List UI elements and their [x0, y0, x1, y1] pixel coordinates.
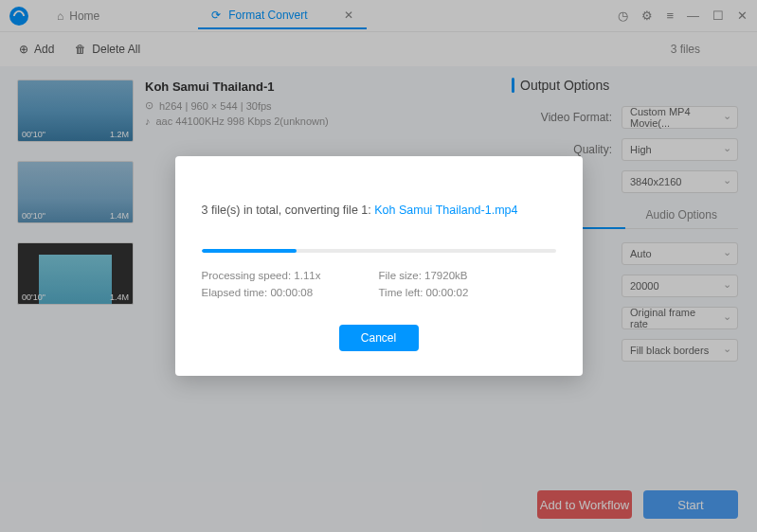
filesize-value: 17920kB: [424, 270, 467, 281]
progress-fill: [202, 249, 297, 253]
filesize-label: File size:: [379, 270, 425, 281]
progress-dialog: 3 file(s) in total, converting file 1: K…: [175, 156, 583, 376]
elapsed-value: 00:00:08: [270, 287, 313, 298]
progress-prefix: 3 file(s) in total, converting file 1:: [202, 204, 375, 217]
modal-overlay: 3 file(s) in total, converting file 1: K…: [0, 0, 757, 532]
elapsed-label: Elapsed time:: [202, 287, 271, 298]
progress-filename: Koh Samui Thailand-1.mp4: [374, 204, 517, 217]
progress-bar: [202, 249, 556, 253]
cancel-button[interactable]: Cancel: [339, 325, 419, 351]
timeleft-value: 00:00:02: [426, 287, 469, 298]
modal-actions: Cancel: [202, 325, 556, 351]
timeleft-label: Time left:: [379, 287, 426, 298]
progress-stats: Processing speed: 1.11x File size: 17920…: [202, 270, 556, 298]
speed-value: 1.11x: [294, 270, 320, 281]
progress-message: 3 file(s) in total, converting file 1: K…: [202, 204, 556, 217]
speed-label: Processing speed:: [202, 270, 295, 281]
